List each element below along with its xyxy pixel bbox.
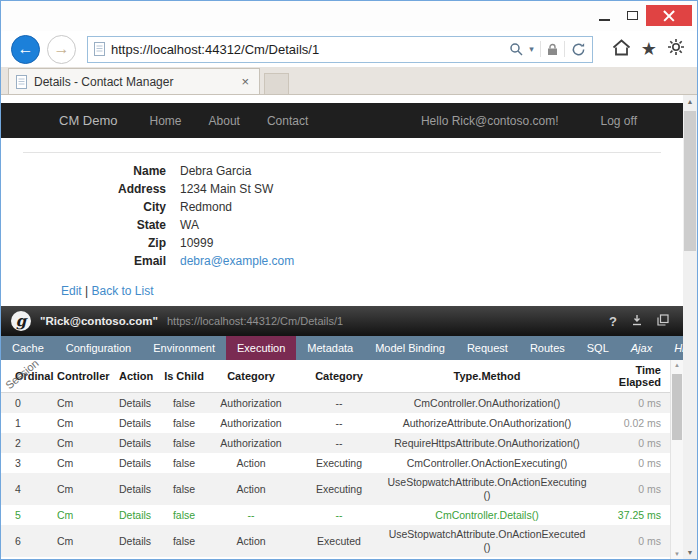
cell-category-2: Executing bbox=[295, 457, 383, 469]
cell-is-child: false bbox=[161, 437, 207, 449]
cell-time-elapsed: 37.25 ms bbox=[591, 509, 665, 521]
new-tab-button[interactable] bbox=[264, 73, 289, 94]
cell-category-1: Authorization bbox=[207, 437, 295, 449]
cell-type-method: RequireHttpsAttribute.OnAuthorization() bbox=[383, 434, 591, 453]
field-label: Address bbox=[1, 183, 166, 196]
cell-is-child: false bbox=[161, 417, 207, 429]
tab-close-icon[interactable]: × bbox=[238, 74, 252, 89]
close-button[interactable] bbox=[646, 5, 692, 26]
scrollbar-thumb[interactable] bbox=[672, 374, 682, 440]
glimpse-tab-cache[interactable]: Cache bbox=[1, 336, 55, 360]
glimpse-tab-request[interactable]: Request bbox=[456, 336, 519, 360]
glimpse-tab-sql[interactable]: SQL bbox=[576, 336, 620, 360]
home-icon[interactable] bbox=[612, 39, 631, 60]
cell-controller: Cm bbox=[57, 509, 119, 521]
field-label: Zip bbox=[1, 237, 166, 250]
glimpse-tab-ajax[interactable]: Ajax bbox=[620, 336, 663, 360]
brand-link[interactable]: CM Demo bbox=[59, 113, 118, 128]
cell-controller: Cm bbox=[57, 437, 119, 449]
field-label: Name bbox=[1, 165, 166, 178]
maximize-button[interactable] bbox=[618, 5, 646, 26]
cell-is-child: false bbox=[161, 457, 207, 469]
glimpse-tab-metadata[interactable]: Metadata bbox=[296, 336, 364, 360]
minimize-icon bbox=[599, 19, 610, 21]
back-to-list-link[interactable]: Back to List bbox=[92, 284, 154, 298]
cell-controller: Cm bbox=[57, 483, 119, 495]
cell-type-method: CmController.Details() bbox=[383, 506, 591, 525]
glimpse-tab-routes[interactable]: Routes bbox=[519, 336, 576, 360]
refresh-icon[interactable] bbox=[571, 42, 586, 57]
cell-action: Details bbox=[119, 535, 161, 547]
table-row[interactable]: 1 Cm Details false Authorization -- Auth… bbox=[1, 413, 683, 433]
cell-category-2: -- bbox=[295, 437, 383, 449]
tab-title: Details - Contact Manager bbox=[34, 75, 231, 89]
glimpse-tab-bar: Cache Configuration Environment Executio… bbox=[1, 336, 683, 360]
popout-window-icon[interactable] bbox=[657, 312, 669, 330]
execution-table-header: Ordinal Controller Action Is Child Categ… bbox=[1, 360, 683, 393]
cell-category-1: Action bbox=[207, 457, 295, 469]
logoff-link[interactable]: Log off bbox=[601, 114, 637, 128]
table-row[interactable]: 4 Cm Details false Action Executing UseS… bbox=[1, 473, 683, 505]
glimpse-tab-execution[interactable]: Execution bbox=[226, 336, 296, 360]
scroll-down-icon[interactable]: ▼ bbox=[683, 549, 697, 556]
favorites-star-icon[interactable]: ★ bbox=[641, 40, 657, 58]
cell-type-method: CmController.OnActionExecuting() bbox=[383, 454, 591, 473]
glimpse-logo-icon[interactable]: g bbox=[11, 311, 31, 331]
cell-category-1: Action bbox=[207, 535, 295, 547]
cell-category-2: Executing bbox=[295, 483, 383, 495]
nav-link-home[interactable]: Home bbox=[150, 114, 182, 128]
cell-controller: Cm bbox=[57, 417, 119, 429]
cell-is-child: false bbox=[161, 397, 207, 409]
header-type-method: Type.Method bbox=[383, 370, 591, 382]
browser-tab[interactable]: Details - Contact Manager × bbox=[8, 68, 260, 94]
chevron-down-icon[interactable]: ▾ bbox=[529, 44, 534, 54]
nav-link-contact[interactable]: Contact bbox=[267, 114, 308, 128]
settings-gear-icon[interactable] bbox=[667, 38, 685, 60]
forward-button[interactable]: → bbox=[47, 35, 76, 64]
table-row[interactable]: 2 Cm Details false Authorization -- Requ… bbox=[1, 433, 683, 453]
minimize-button[interactable] bbox=[590, 5, 618, 26]
title-bar bbox=[1, 1, 697, 31]
cell-is-child: false bbox=[161, 509, 207, 521]
cell-ordinal: 5 bbox=[15, 509, 57, 521]
glimpse-tab-model-binding[interactable]: Model Binding bbox=[364, 336, 456, 360]
scroll-down-icon[interactable]: ▼ bbox=[671, 551, 683, 557]
search-icon[interactable] bbox=[509, 42, 523, 56]
window-controls bbox=[590, 5, 692, 26]
help-icon[interactable]: ? bbox=[609, 314, 617, 329]
edit-link[interactable]: Edit bbox=[61, 284, 82, 298]
scrollbar-thumb[interactable] bbox=[684, 111, 696, 251]
cell-category-2: -- bbox=[295, 509, 383, 521]
cell-type-method: UseStopwatchAttribute.OnActionExecuting(… bbox=[383, 473, 591, 505]
header-is-child: Is Child bbox=[161, 370, 207, 382]
table-row[interactable]: 0 Cm Details false Authorization -- CmCo… bbox=[1, 393, 683, 413]
scroll-up-icon[interactable]: ▲ bbox=[683, 98, 697, 105]
glimpse-tab-environment[interactable]: Environment bbox=[142, 336, 226, 360]
address-bar[interactable]: https://localhost:44312/Cm/Details/1 ▾ bbox=[87, 36, 593, 63]
page-icon bbox=[16, 75, 27, 89]
glimpse-scrollbar[interactable]: ▲ ▼ bbox=[670, 360, 683, 559]
email-link[interactable]: debra@example.com bbox=[180, 255, 294, 268]
table-row[interactable]: 5 Cm Details false -- -- CmController.De… bbox=[1, 505, 683, 525]
cell-ordinal: 6 bbox=[15, 535, 57, 547]
scroll-up-icon[interactable]: ▲ bbox=[671, 362, 683, 368]
glimpse-tab-configuration[interactable]: Configuration bbox=[55, 336, 142, 360]
lock-icon[interactable] bbox=[547, 43, 558, 56]
export-icon[interactable] bbox=[631, 312, 643, 330]
cell-type-method: AuthorizeAttribute.OnAuthorization() bbox=[383, 414, 591, 433]
nav-link-about[interactable]: About bbox=[209, 114, 240, 128]
glimpse-url: https://localhost:44312/Cm/Details/1 bbox=[167, 315, 343, 327]
glimpse-header-icons: ? bbox=[609, 312, 669, 330]
back-button[interactable]: ← bbox=[11, 35, 40, 64]
field-label: State bbox=[1, 219, 166, 232]
field-label: City bbox=[1, 201, 166, 214]
cell-action: Details bbox=[119, 417, 161, 429]
page-scrollbar[interactable]: ▲ ▼ bbox=[683, 95, 697, 559]
user-greeting-link[interactable]: Hello Rick@contoso.com! bbox=[421, 114, 559, 128]
table-row[interactable]: 3 Cm Details false Action Executing CmCo… bbox=[1, 453, 683, 473]
table-row[interactable]: 6 Cm Details false Action Executed UseSt… bbox=[1, 525, 683, 557]
url-field[interactable]: https://localhost:44312/Cm/Details/1 bbox=[111, 42, 503, 57]
field-value-city: Redmond bbox=[180, 201, 232, 214]
glimpse-tab-history[interactable]: History bbox=[663, 336, 683, 360]
cell-category-2: Executed bbox=[295, 535, 383, 547]
